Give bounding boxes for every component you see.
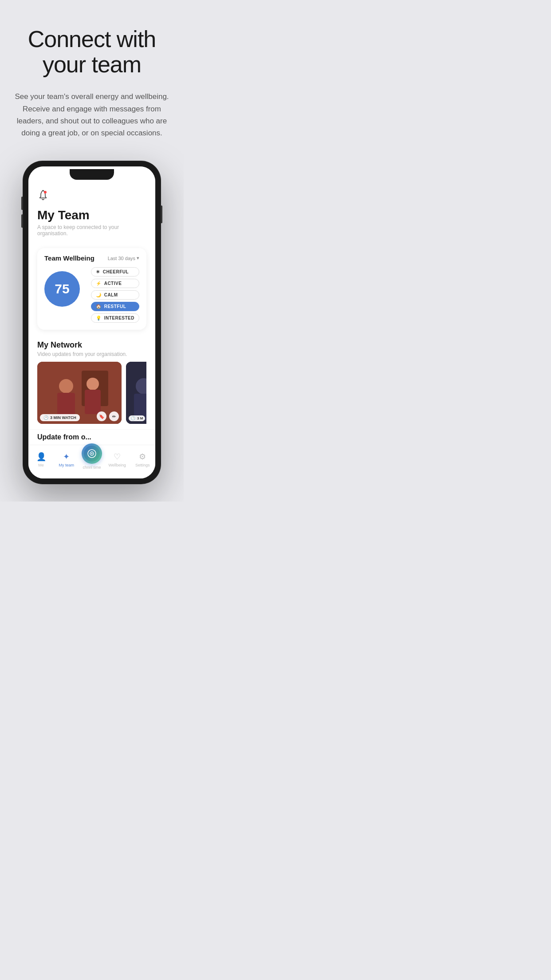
power-button <box>161 205 162 223</box>
network-subtitle: Video updates from your organisation. <box>37 351 146 357</box>
bookmark-button[interactable]: 🔖 <box>97 411 106 421</box>
score-display: 75 ^2% from previous month <box>44 271 85 319</box>
score-circle: 75 <box>44 271 80 307</box>
mood-tag-restful[interactable]: 🏠 RESTFUL <box>91 302 139 311</box>
mood-tag-calm[interactable]: 🌙 CALM <box>91 290 139 300</box>
tab-settings[interactable]: ⚙ Settings <box>131 452 153 467</box>
tab-chnnltime-label: chnnl time <box>83 465 101 470</box>
page-title: My Team <box>37 208 146 222</box>
tab-myteam-label: My team <box>59 463 75 467</box>
myteam-icon: ✦ <box>63 452 70 462</box>
volume-down-button <box>21 214 23 228</box>
interested-icon: 💡 <box>96 316 102 320</box>
wellbeing-period[interactable]: Last 30 days ▾ <box>108 255 139 261</box>
video-actions: 🔖 ✏ <box>97 411 119 421</box>
chnnl-fab-inner <box>84 446 100 462</box>
video-badge-side: 🕐 3 M <box>129 415 145 421</box>
settings-icon: ⚙ <box>139 452 146 462</box>
mood-tag-interested[interactable]: 💡 INTERESTED <box>91 313 139 323</box>
interested-label: INTERESTED <box>104 316 134 320</box>
tab-myteam[interactable]: ✦ My team <box>55 452 78 467</box>
video-card-main[interactable]: 🕐 3 MIN WATCH 🔖 ✏ <box>37 362 122 424</box>
volume-up-button <box>21 197 23 210</box>
video-card-side[interactable]: 🕐 3 M <box>126 362 146 424</box>
restful-label: RESTFUL <box>104 304 126 309</box>
wellbeing-card: Team Wellbeing Last 30 days ▾ 75 ^2% fro… <box>37 248 146 330</box>
svg-point-5 <box>87 378 99 390</box>
mood-tag-cheerful[interactable]: ☀ CHEERFUL <box>91 267 139 277</box>
side-clock-icon: 🕐 <box>131 416 135 420</box>
svg-point-3 <box>59 379 73 393</box>
bookmark-icon: 🔖 <box>99 414 104 419</box>
tab-settings-label: Settings <box>135 463 150 467</box>
tab-me-label: Me <box>38 463 44 467</box>
active-label: ACTIVE <box>104 281 122 286</box>
tab-me[interactable]: 👤 Me <box>30 452 52 467</box>
page-subtitle: A space to keep connected to your organi… <box>37 224 146 237</box>
edit-button[interactable]: ✏ <box>109 411 119 421</box>
network-section: My Network Video updates from your organ… <box>28 337 155 429</box>
update-title: Update from o... <box>37 433 146 441</box>
cheerful-icon: ☀ <box>96 269 100 274</box>
network-title: My Network <box>37 340 146 350</box>
hero-title: Connect with your team <box>9 27 175 77</box>
chevron-down-icon: ▾ <box>137 255 139 261</box>
hero-subtitle: See your team's overall energy and wellb… <box>9 91 175 139</box>
wellbeing-title: Team Wellbeing <box>44 254 94 262</box>
score-change: ^2% from previous month <box>44 309 85 319</box>
phone-mockup: My Team A space to keep connected to you… <box>23 161 161 484</box>
edit-icon: ✏ <box>112 414 116 419</box>
side-duration: 3 M <box>137 416 143 420</box>
calm-icon: 🌙 <box>96 292 102 297</box>
clock-icon: 🕐 <box>43 415 48 420</box>
bottom-tab-bar: 👤 Me ✦ My team <box>28 445 155 478</box>
screen-content: My Team A space to keep connected to you… <box>28 166 155 478</box>
me-icon: 👤 <box>36 452 46 462</box>
wellbeing-header: Team Wellbeing Last 30 days ▾ <box>44 254 139 262</box>
network-videos: 🕐 3 MIN WATCH 🔖 ✏ <box>37 362 146 424</box>
svg-point-12 <box>91 453 92 454</box>
svg-point-0 <box>44 191 47 194</box>
phone-screen: My Team A space to keep connected to you… <box>28 166 155 478</box>
period-label: Last 30 days <box>108 256 135 261</box>
wellbeing-body: 75 ^2% from previous month ☀ CHEERFUL ⚡ <box>44 267 139 323</box>
video-thumbnail-side <box>126 362 146 424</box>
tab-wellbeing[interactable]: ♡ Wellbeing <box>106 452 128 467</box>
score-number: 75 <box>55 282 69 296</box>
cheerful-label: CHEERFUL <box>103 269 129 274</box>
restful-icon: 🏠 <box>96 304 102 309</box>
tab-wellbeing-label: Wellbeing <box>108 463 126 467</box>
mood-tags: ☀ CHEERFUL ⚡ ACTIVE 🌙 CALM <box>91 267 139 323</box>
svg-rect-6 <box>85 390 101 414</box>
video-badge-main: 🕐 3 MIN WATCH <box>40 414 80 421</box>
update-section: Update from o... <box>28 429 155 445</box>
wellbeing-icon: ♡ <box>114 452 121 462</box>
active-icon: ⚡ <box>96 281 102 286</box>
mood-tag-active[interactable]: ⚡ ACTIVE <box>91 279 139 288</box>
chnnl-fab[interactable] <box>82 443 102 464</box>
notification-icon[interactable] <box>37 190 146 208</box>
phone-notch <box>70 169 114 180</box>
tab-chnnltime[interactable]: chnnl time <box>81 450 103 470</box>
video-duration: 3 MIN WATCH <box>50 415 76 420</box>
calm-label: CALM <box>104 292 118 297</box>
svg-rect-4 <box>57 393 75 417</box>
